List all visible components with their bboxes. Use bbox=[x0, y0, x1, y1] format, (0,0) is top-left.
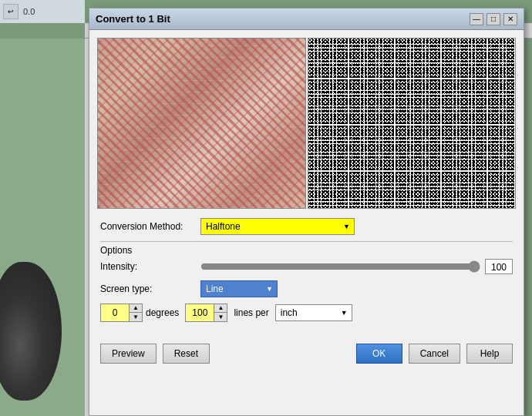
screen-type-label: Screen type: bbox=[100, 283, 200, 294]
lines-per-spin-buttons: ▲ ▼ bbox=[214, 304, 227, 321]
conversion-method-dropdown-wrapper: Halftone Dither Threshold bbox=[200, 218, 355, 235]
intensity-row: Intensity: 100 bbox=[100, 259, 513, 274]
degrees-input[interactable]: 0 bbox=[101, 304, 129, 321]
screen-type-row: Screen type: Line Round Ellipse Diamond bbox=[100, 280, 513, 297]
help-button[interactable]: Help bbox=[466, 344, 513, 364]
unit-dropdown[interactable]: inch cm bbox=[275, 304, 352, 321]
button-row: Preview Reset OK Cancel Help bbox=[89, 334, 524, 370]
degrees-spinner: 0 ▲ ▼ bbox=[100, 304, 143, 322]
reset-button[interactable]: Reset bbox=[163, 344, 210, 364]
screen-type-dropdown-wrapper: Line Round Ellipse Diamond bbox=[200, 280, 278, 297]
degrees-decrement[interactable]: ▼ bbox=[130, 313, 142, 321]
intensity-slider[interactable] bbox=[200, 260, 480, 273]
degrees-spin-buttons: ▲ ▼ bbox=[129, 304, 142, 321]
toolbar-value: 0.0 bbox=[23, 7, 35, 16]
conversion-method-label: Conversion Method: bbox=[100, 221, 200, 232]
divider-1 bbox=[100, 241, 513, 242]
lines-per-input[interactable]: 100 bbox=[186, 304, 214, 321]
dialog-title: Convert to 1 Bit bbox=[96, 13, 170, 25]
conversion-method-dropdown[interactable]: Halftone Dither Threshold bbox=[200, 218, 355, 235]
converted-image bbox=[308, 39, 516, 208]
degrees-increment[interactable]: ▲ bbox=[130, 304, 142, 313]
btn-group-left: Preview Reset bbox=[100, 344, 210, 364]
intensity-slider-row: 100 bbox=[200, 259, 513, 274]
btn-group-right: OK Cancel Help bbox=[356, 344, 513, 364]
close-button[interactable]: ✕ bbox=[503, 13, 517, 25]
options-label: Options bbox=[100, 245, 513, 256]
controls-section: Conversion Method: Halftone Dither Thres… bbox=[89, 215, 524, 331]
preview-section bbox=[89, 30, 524, 215]
hat-preview bbox=[0, 262, 62, 401]
maximize-button[interactable]: □ bbox=[487, 13, 500, 25]
lines-per-spinner: 100 ▲ ▼ bbox=[185, 304, 227, 322]
minimize-button[interactable]: — bbox=[470, 13, 483, 25]
preview-button[interactable]: Preview bbox=[100, 344, 157, 364]
preview-converted bbox=[308, 38, 517, 209]
conversion-method-row: Conversion Method: Halftone Dither Thres… bbox=[100, 218, 513, 235]
preview-original bbox=[97, 38, 306, 209]
ok-button[interactable]: OK bbox=[356, 344, 402, 364]
cancel-button[interactable]: Cancel bbox=[409, 344, 460, 364]
intensity-label: Intensity: bbox=[100, 261, 200, 272]
side-panel bbox=[0, 39, 85, 416]
title-bar: Convert to 1 Bit — □ ✕ bbox=[89, 8, 524, 30]
dialog-convert-1bit: Convert to 1 Bit — □ ✕ Conversion Method… bbox=[89, 8, 524, 416]
title-controls: — □ ✕ bbox=[470, 13, 517, 25]
toolbar-strip: ↩ 0.0 bbox=[0, 0, 85, 23]
lines-per-decrement[interactable]: ▼ bbox=[214, 313, 227, 321]
unit-dropdown-wrapper: inch cm bbox=[275, 304, 352, 321]
original-image bbox=[98, 39, 305, 208]
toolbar-undo-btn[interactable]: ↩ bbox=[3, 4, 19, 19]
degrees-label: degrees bbox=[146, 307, 179, 318]
intensity-value: 100 bbox=[485, 259, 513, 274]
lines-per-label: lines per bbox=[234, 307, 268, 318]
params-row: 0 ▲ ▼ degrees 100 ▲ ▼ lines per inch cm bbox=[100, 304, 513, 322]
lines-per-increment[interactable]: ▲ bbox=[214, 304, 227, 313]
screen-type-dropdown[interactable]: Line Round Ellipse Diamond bbox=[200, 280, 278, 297]
